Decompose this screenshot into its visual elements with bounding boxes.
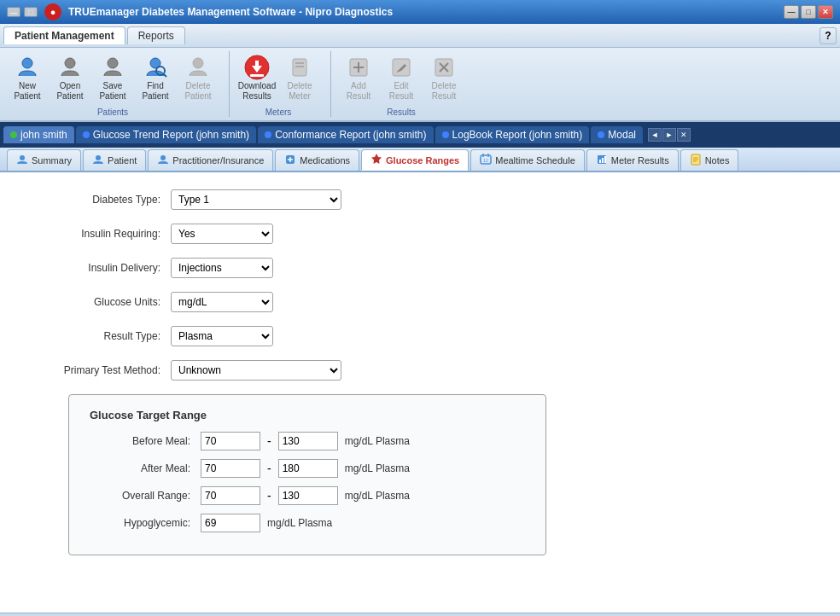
overall-range-min[interactable] <box>201 486 260 505</box>
menu-tab-patient-management[interactable]: Patient Management <box>3 26 125 44</box>
sub-tab-medications-label: Medications <box>300 155 350 166</box>
patient-tab-conformance[interactable]: Conformance Report (john smith) <box>258 126 433 143</box>
open-patient-button[interactable]: OpenPatient <box>50 51 90 104</box>
glucose-units-label: Glucose Units: <box>34 296 171 308</box>
meters-group-label: Meters <box>236 108 320 117</box>
before-meal-min[interactable] <box>201 432 260 450</box>
sub-tab-meter-results-label: Meter Results <box>611 155 669 166</box>
sub-tab-medications[interactable]: Medications <box>275 149 359 171</box>
before-meal-label: Before Meal: <box>90 435 201 447</box>
find-patient-button[interactable]: FindPatient <box>135 51 176 104</box>
title-bar: — □ ● TRUEmanager Diabetes Management So… <box>0 0 840 24</box>
maximize-btn[interactable]: □ <box>801 5 816 19</box>
result-type-label: Result Type: <box>34 330 171 342</box>
new-patient-label: NewPatient <box>14 81 40 102</box>
delete-result-button[interactable]: DeleteResult <box>423 51 464 104</box>
save-patient-button[interactable]: SavePatient <box>92 51 133 104</box>
help-button[interactable]: ? <box>820 27 837 44</box>
toolbar-group-results: AddResult EditResult <box>338 51 475 117</box>
sub-tab-glucose-ranges[interactable]: Glucose Ranges <box>361 149 469 171</box>
menu-bar: Patient Management Reports ? <box>0 24 840 48</box>
primary-test-method-select[interactable]: Unknown Finger Stick Alternate Site Cont… <box>171 360 341 381</box>
after-meal-dash: - <box>267 462 271 475</box>
svg-rect-10 <box>295 62 304 64</box>
patient-tab-logbook[interactable]: LogBook Report (john smith) <box>435 126 590 143</box>
insulin-requiring-row: Insulin Requiring: Yes No <box>34 224 806 244</box>
insulin-delivery-label: Insulin Delivery: <box>34 262 171 274</box>
sys-btn-minimize[interactable]: — <box>7 7 20 17</box>
sub-tab-summary[interactable]: Summary <box>7 149 81 171</box>
result-type-select[interactable]: Plasma Whole Blood <box>171 326 273 346</box>
tab-dot-glucose-trend <box>83 131 90 138</box>
insulin-requiring-select[interactable]: Yes No <box>171 224 273 244</box>
patient-tabs: john smith Glucose Trend Report (john sm… <box>0 122 840 148</box>
diabetes-type-select[interactable]: Type 1 Type 2 Gestational Unknown <box>171 189 341 210</box>
result-type-row: Result Type: Plasma Whole Blood <box>34 326 806 346</box>
glucose-units-select[interactable]: mg/dL mmol/L <box>171 292 273 312</box>
main-content: Diabetes Type: Type 1 Type 2 Gestational… <box>0 172 840 613</box>
diabetes-type-row: Diabetes Type: Type 1 Type 2 Gestational… <box>34 189 806 210</box>
window-title: TRUEmanager Diabetes Management Software… <box>68 6 393 18</box>
patient-tab-modal[interactable]: Modal <box>591 126 643 143</box>
tab-nav-left[interactable]: ◄ <box>648 128 662 142</box>
primary-test-method-row: Primary Test Method: Unknown Finger Stic… <box>34 360 806 381</box>
patient-tab-modal-label: Modal <box>608 129 636 141</box>
glucose-range-title: Glucose Target Range <box>90 409 525 421</box>
tab-dot-modal <box>598 131 604 138</box>
before-meal-max[interactable] <box>278 432 338 450</box>
before-meal-row: Before Meal: - mg/dL Plasma <box>90 432 525 450</box>
add-result-button[interactable]: AddResult <box>338 51 379 104</box>
toolbar-group-meters: DownloadResults DeleteMeter Meters <box>236 51 331 117</box>
mealtime-icon: 12 <box>480 154 492 168</box>
insulin-delivery-select[interactable]: Injections Pump None <box>171 258 273 278</box>
add-result-icon <box>345 54 372 81</box>
sub-tab-notes-label: Notes <box>705 155 730 166</box>
new-patient-button[interactable]: NewPatient <box>7 51 48 104</box>
tab-dot-conformance <box>265 131 271 138</box>
delete-patient-button[interactable]: DeletePatient <box>178 51 219 104</box>
tab-nav-right[interactable]: ► <box>662 128 676 142</box>
sub-tab-patient[interactable]: Patient <box>83 149 146 171</box>
after-meal-max[interactable] <box>278 459 338 478</box>
menu-tab-reports[interactable]: Reports <box>127 26 185 44</box>
download-results-label: DownloadResults <box>238 81 276 102</box>
svg-point-0 <box>22 58 32 68</box>
find-patient-label: FindPatient <box>142 81 168 102</box>
edit-result-button[interactable]: EditResult <box>381 51 422 104</box>
minimize-btn[interactable]: — <box>784 5 799 19</box>
patient-tab-john-smith[interactable]: john smith <box>3 126 74 143</box>
download-results-button[interactable]: DownloadResults <box>236 51 277 104</box>
after-meal-min[interactable] <box>201 459 260 478</box>
glucose-target-range-section: Glucose Target Range Before Meal: - mg/d… <box>34 394 806 555</box>
glucose-range-box: Glucose Target Range Before Meal: - mg/d… <box>68 394 546 555</box>
sub-tab-meter-results[interactable]: Meter Results <box>586 149 679 171</box>
patient-tab-glucose-trend[interactable]: Glucose Trend Report (john smith) <box>76 126 256 143</box>
patients-group-label: Patients <box>7 108 219 117</box>
tab-nav-buttons: ◄ ► ✕ <box>648 128 691 142</box>
sub-tab-practitioner-label: Practitioner/Insurance <box>172 155 264 166</box>
app-icon: ● <box>44 3 61 20</box>
tab-nav-close[interactable]: ✕ <box>677 128 691 142</box>
sub-tab-notes[interactable]: Notes <box>680 149 739 171</box>
svg-rect-32 <box>604 156 606 163</box>
delete-meter-button[interactable]: DeleteMeter <box>279 51 320 104</box>
download-results-icon <box>243 54 271 81</box>
open-patient-label: OpenPatient <box>56 81 83 102</box>
sys-btn-restore[interactable]: □ <box>24 7 38 17</box>
patient-tab-john-smith-label: john smith <box>20 129 67 141</box>
svg-point-1 <box>65 58 75 68</box>
delete-result-label: DeleteResult <box>432 81 457 102</box>
sub-tab-practitioner[interactable]: Practitioner/Insurance <box>148 149 273 171</box>
svg-line-5 <box>164 74 166 77</box>
hypoglycemic-value[interactable] <box>201 514 260 532</box>
sub-tab-mealtime[interactable]: 12 Mealtime Schedule <box>470 149 585 171</box>
close-btn[interactable]: ✕ <box>818 5 833 19</box>
overall-range-max[interactable] <box>278 486 338 505</box>
sub-tab-glucose-ranges-label: Glucose Ranges <box>386 155 459 166</box>
insulin-requiring-label: Insulin Requiring: <box>34 228 171 240</box>
overall-range-unit: mg/dL Plasma <box>345 490 410 502</box>
patient-tab-glucose-trend-label: Glucose Trend Report (john smith) <box>93 129 249 141</box>
svg-text:12: 12 <box>483 158 488 163</box>
before-meal-unit: mg/dL Plasma <box>345 435 410 447</box>
hypoglycemic-unit: mg/dL Plasma <box>267 517 332 529</box>
